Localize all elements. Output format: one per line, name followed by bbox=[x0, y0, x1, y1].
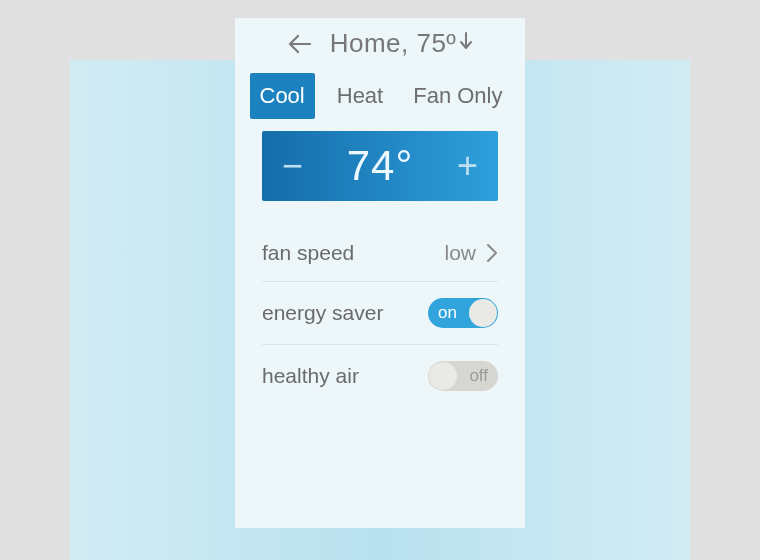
tab-cool[interactable]: Cool bbox=[250, 73, 315, 119]
healthy-air-toggle-label: off bbox=[459, 366, 498, 386]
fan-speed-value: low bbox=[444, 241, 476, 265]
chevron-right-icon bbox=[486, 243, 498, 263]
energy-saver-toggle[interactable]: on bbox=[428, 298, 498, 328]
temperature-value: 74° bbox=[347, 142, 414, 190]
tab-fan-only[interactable]: Fan Only bbox=[405, 73, 510, 119]
settings-list: fan speed low energy saver on healthy ai… bbox=[262, 225, 498, 407]
healthy-air-label: healthy air bbox=[262, 364, 359, 388]
energy-saver-toggle-label: on bbox=[428, 303, 467, 323]
toggle-knob bbox=[469, 299, 497, 327]
title-text: Home, 75º bbox=[330, 28, 457, 59]
temp-minus-button[interactable]: − bbox=[282, 145, 303, 187]
energy-saver-row: energy saver on bbox=[262, 282, 498, 345]
healthy-air-row: healthy air off bbox=[262, 345, 498, 407]
down-arrow-icon bbox=[458, 31, 474, 57]
toggle-knob bbox=[429, 362, 457, 390]
back-arrow-icon[interactable] bbox=[286, 33, 312, 55]
thermostat-panel: Home, 75º Cool Heat Fan Only − 74° + fan… bbox=[235, 18, 525, 528]
tab-heat[interactable]: Heat bbox=[329, 73, 391, 119]
healthy-air-toggle[interactable]: off bbox=[428, 361, 498, 391]
temperature-control: − 74° + bbox=[262, 131, 498, 201]
mode-tabs: Cool Heat Fan Only bbox=[250, 73, 511, 119]
energy-saver-label: energy saver bbox=[262, 301, 383, 325]
header: Home, 75º bbox=[286, 18, 475, 73]
page-title[interactable]: Home, 75º bbox=[330, 28, 475, 59]
fan-speed-row[interactable]: fan speed low bbox=[262, 225, 498, 282]
temp-plus-button[interactable]: + bbox=[457, 145, 478, 187]
fan-speed-value-group: low bbox=[444, 241, 498, 265]
fan-speed-label: fan speed bbox=[262, 241, 354, 265]
